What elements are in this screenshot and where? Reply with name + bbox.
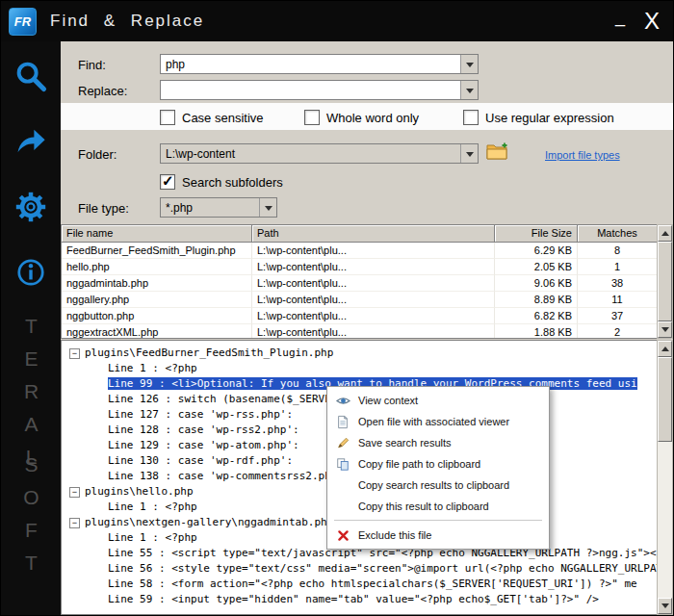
find-label: Find: [78, 58, 106, 72]
menu-separator [334, 520, 542, 522]
node-label: Line 1 : <?php [108, 500, 197, 513]
matches-cell: 2 [578, 324, 658, 339]
find-combobox[interactable]: php [160, 54, 479, 74]
settings-nav-button[interactable] [1, 182, 61, 236]
menu-item-view-context[interactable]: View context [329, 390, 547, 411]
watermark-text-2: SOFT [19, 453, 42, 584]
menu-item-label: View context [358, 395, 418, 406]
scroll-down-button[interactable] [658, 598, 672, 614]
eye-icon [335, 393, 350, 408]
file-results-table: File name Path File Size Matches FeedBur… [61, 224, 659, 339]
node-label: Line 128 : case 'wp-rss2.php': [108, 424, 299, 436]
result-line-node[interactable]: Line 59 : <input type="hidden" name="tab… [62, 592, 657, 607]
import-file-types-link[interactable]: Import file types [545, 149, 620, 161]
checkbox-box[interactable] [160, 110, 175, 125]
file-type-combobox[interactable]: *.php [160, 197, 277, 218]
matches-cell: 1 [578, 259, 658, 275]
table-header-row: File name Path File Size Matches [62, 225, 658, 243]
folder-dropdown-button[interactable] [460, 144, 478, 163]
find-input[interactable]: php [161, 55, 460, 73]
checkbox-box[interactable] [463, 110, 479, 125]
menu-item-copy-this-result[interactable]: Copy this result to clipboard [329, 496, 547, 517]
table-row[interactable]: hello.php L:\wp-content\plu... 2.05 KB 1 [62, 259, 658, 275]
scroll-up-button[interactable] [658, 225, 672, 242]
search-subfolders-checkbox[interactable]: Search subfolders [160, 174, 283, 190]
result-line-node[interactable]: Line 58 : <form action="<?php echo htmls… [62, 577, 657, 592]
menu-item-save-results[interactable]: Save search results [329, 432, 547, 453]
menu-item-label: Open file with associated viewer [358, 416, 509, 427]
file-name-cell: nggallery.php [62, 292, 252, 308]
scroll-up-button[interactable] [658, 341, 672, 357]
folder-input[interactable]: L:\wp-content [161, 144, 460, 163]
whole-word-checkbox[interactable]: Whole word only [304, 110, 419, 125]
triangle-down-icon [661, 603, 669, 612]
folder-combobox[interactable]: L:\wp-content [160, 143, 479, 164]
case-sensitive-checkbox[interactable]: Case sensitive [160, 110, 264, 125]
scrollbar-thumb[interactable] [658, 242, 672, 321]
table-row[interactable]: FeedBurner_FeedSmith_Plugin.php L:\wp-co… [62, 243, 658, 259]
blank-icon [335, 477, 350, 493]
scrollbar-track[interactable] [658, 442, 672, 598]
file-name-cell: nggadmintab.php [62, 275, 252, 292]
file-name-cell: hello.php [62, 259, 252, 275]
column-header-matches[interactable]: Matches [578, 225, 658, 243]
result-line-node[interactable]: Line 1 : <?php [62, 361, 657, 376]
file-name-cell: nggbutton.php [62, 308, 252, 324]
triangle-down-icon [661, 327, 669, 336]
file-type-input[interactable]: *.php [161, 198, 259, 217]
file-size-cell: 6.29 KB [495, 243, 578, 259]
column-header-file-name[interactable]: File name [62, 225, 252, 243]
menu-item-label: Exclude this file [358, 529, 431, 541]
menu-item-label: Copy this result to clipboard [358, 500, 489, 512]
table-row[interactable]: nggadmintab.php L:\wp-content\plu... 9.0… [62, 275, 658, 292]
minimize-button[interactable]: _ [615, 12, 625, 21]
node-label: Line 130 : case 'wp-rdf.php': [108, 454, 293, 467]
path-cell: L:\wp-content\plu... [252, 292, 495, 308]
find-dropdown-button[interactable] [460, 55, 478, 73]
column-header-path[interactable]: Path [252, 225, 495, 243]
tree-scrollbar[interactable] [657, 340, 673, 615]
app-logo: FR [9, 8, 37, 36]
table-row[interactable]: nggbutton.php L:\wp-content\plu... 6.82 … [62, 308, 658, 324]
replace-input[interactable] [161, 81, 460, 99]
menu-item-label: Copy file path to clipboard [358, 458, 480, 470]
gear-icon [13, 190, 48, 228]
replace-dropdown-button[interactable] [460, 81, 478, 99]
node-label: Line 1 : <?php [108, 531, 197, 544]
checkbox-box[interactable] [160, 174, 175, 190]
table-row[interactable]: nggextractXML.php L:\wp-content\plu... 1… [62, 324, 658, 339]
regex-checkbox[interactable]: Use regular expression [463, 110, 614, 125]
browse-folder-button[interactable] [486, 141, 509, 165]
file-type-label: File type: [78, 201, 129, 216]
result-file-node[interactable]: plugins\FeedBurner_FeedSmith_Plugin.php [62, 346, 657, 361]
blank-icon [335, 499, 350, 514]
menu-item-copy-search-results[interactable]: Copy search results to clipboard [329, 475, 547, 496]
scrollbar-thumb[interactable] [658, 357, 672, 442]
info-nav-button[interactable] [1, 247, 61, 301]
title-bar[interactable]: FR Find & Replace _ X [1, 1, 673, 41]
result-line-node[interactable]: Line 56 : <style type="text/css" media="… [62, 561, 657, 577]
replace-combobox[interactable] [160, 80, 479, 100]
column-header-file-size[interactable]: File Size [495, 225, 578, 243]
close-button[interactable]: X [644, 8, 660, 35]
menu-item-exclude-file[interactable]: Exclude this file [329, 525, 547, 546]
search-nav-button[interactable] [1, 51, 61, 105]
node-label: Line 58 : <form action="<?php echo htmls… [108, 578, 637, 590]
scroll-down-button[interactable] [658, 321, 672, 338]
regex-label: Use regular expression [485, 111, 614, 125]
table-row[interactable]: nggallery.php L:\wp-content\plu... 8.89 … [62, 292, 658, 308]
search-subfolders-label: Search subfolders [182, 175, 283, 190]
exclude-icon [335, 527, 350, 543]
file-size-cell: 2.05 KB [495, 259, 578, 275]
table-scrollbar[interactable] [657, 224, 673, 339]
menu-item-copy-file-path[interactable]: Copy file path to clipboard [329, 453, 547, 475]
checkbox-box[interactable] [304, 110, 320, 125]
node-label: Line 126 : switch (basename($_SERVER [108, 393, 337, 405]
replace-nav-button[interactable] [1, 116, 61, 170]
file-type-dropdown-button[interactable] [259, 198, 276, 217]
menu-item-label: Save search results [358, 437, 452, 449]
window-title: Find & Replace [50, 12, 204, 31]
path-cell: L:\wp-content\plu... [252, 259, 495, 275]
file-size-cell: 1.88 KB [495, 324, 578, 339]
menu-item-open-file[interactable]: Open file with associated viewer [329, 411, 547, 432]
